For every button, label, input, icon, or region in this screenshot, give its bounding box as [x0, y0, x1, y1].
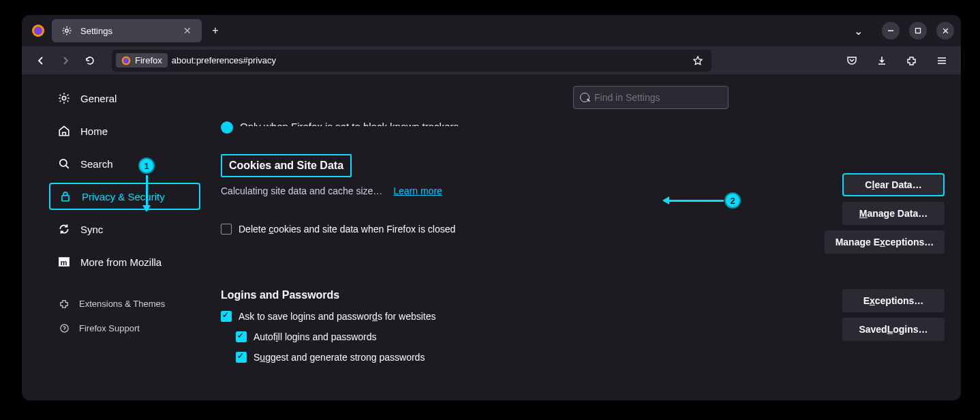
- logins-section-title: Logins and Passwords: [221, 289, 548, 301]
- checkbox-checked-icon: [236, 331, 247, 342]
- firefox-brand-icon: [121, 56, 131, 65]
- sidebar-footer-label: Extensions & Themes: [79, 299, 165, 309]
- find-in-settings-input[interactable]: [573, 86, 729, 109]
- svg-rect-4: [916, 29, 921, 33]
- manage-exceptions-button[interactable]: Manage Exceptions…: [825, 230, 945, 254]
- sync-icon: [57, 222, 71, 236]
- radio-selected-icon: [221, 121, 233, 134]
- ask-save-logins-label: Ask to save logins and passwords for web…: [239, 311, 436, 322]
- titlebar: Settings ✕ + ⌄ ✕: [22, 15, 961, 46]
- sidebar-item-label: Sync: [80, 224, 103, 235]
- suggest-passwords-checkbox[interactable]: Suggest and generate strong passwords: [236, 352, 548, 363]
- sidebar-item-label: Home: [80, 125, 108, 137]
- annotation-2: 2: [724, 192, 741, 209]
- url-text: about:preferences#privacy: [172, 55, 276, 65]
- tab-label: Settings: [80, 26, 112, 36]
- lock-icon: [59, 190, 72, 203]
- mozilla-icon: m: [57, 255, 71, 269]
- truncated-radio-label: Only when Firefox is set to block known …: [240, 121, 459, 126]
- sidebar-item-label: General: [80, 93, 117, 104]
- clear-data-button[interactable]: Clear Data…: [842, 173, 945, 196]
- svg-point-16: [60, 324, 67, 331]
- svg-text:m: m: [60, 258, 67, 267]
- sidebar-item-label: Privacy & Security: [82, 191, 165, 202]
- url-bar[interactable]: Firefox about:preferences#privacy: [112, 50, 711, 72]
- annotation-1: 1: [138, 158, 155, 174]
- annotation-badge: 1: [138, 158, 155, 174]
- sidebar-firefox-support[interactable]: Firefox Support: [49, 318, 200, 338]
- forward-button[interactable]: [56, 51, 75, 70]
- checkbox-checked-icon: [236, 352, 247, 363]
- svg-rect-13: [62, 196, 69, 201]
- main-panel: Only when Firefox is set to block known …: [200, 75, 961, 400]
- checkbox-unchecked-icon: [221, 224, 232, 235]
- sidebar-item-more-mozilla[interactable]: m More from Mozilla: [49, 248, 200, 275]
- sidebar-footer-label: Firefox Support: [79, 323, 140, 333]
- checkbox-checked-icon: [221, 311, 232, 322]
- logins-exceptions-button[interactable]: Exceptions…: [842, 289, 945, 312]
- svg-point-2: [65, 29, 68, 32]
- extensions-icon[interactable]: [902, 51, 921, 70]
- minimize-button[interactable]: [882, 22, 900, 40]
- sidebar-item-general[interactable]: General: [49, 85, 200, 112]
- home-icon: [57, 124, 71, 138]
- sidebar: General Home Search Privacy & Security: [22, 75, 200, 400]
- identity-label: Firefox: [135, 55, 162, 65]
- browser-window: Settings ✕ + ⌄ ✕ Firefox: [22, 15, 961, 400]
- cookies-section-title: Cookies and Site Data: [221, 154, 352, 177]
- svg-line-12: [66, 166, 69, 168]
- sidebar-item-search[interactable]: Search: [49, 150, 200, 177]
- svg-point-11: [60, 160, 67, 166]
- tabs-dropdown-icon[interactable]: ⌄: [854, 25, 863, 38]
- menu-icon[interactable]: [932, 51, 951, 70]
- gear-icon: [57, 91, 71, 105]
- delete-on-close-label: Delete cookies and site data when Firefo…: [239, 224, 455, 235]
- identity-badge[interactable]: Firefox: [116, 53, 168, 68]
- annotation-1-arrow: [146, 175, 148, 211]
- pocket-icon[interactable]: [842, 51, 861, 70]
- puzzle-icon: [57, 297, 71, 310]
- gear-icon: [60, 24, 74, 38]
- sidebar-item-label: More from Mozilla: [80, 256, 162, 268]
- bookmark-star-icon[interactable]: [688, 55, 707, 66]
- tab-close-icon[interactable]: ✕: [181, 25, 194, 37]
- annotation-2-arrow: [664, 200, 724, 202]
- search-icon: [57, 157, 71, 170]
- new-tab-button[interactable]: +: [206, 21, 225, 40]
- delete-on-close-checkbox[interactable]: Delete cookies and site data when Firefo…: [221, 224, 548, 235]
- saved-logins-button[interactable]: Saved Logins…: [842, 318, 945, 341]
- preferences-content: General Home Search Privacy & Security: [22, 75, 961, 400]
- svg-point-6: [123, 57, 129, 63]
- ask-save-logins-checkbox[interactable]: Ask to save logins and passwords for web…: [221, 311, 548, 322]
- tab-settings[interactable]: Settings ✕: [52, 19, 202, 42]
- reload-button[interactable]: [80, 51, 99, 70]
- sidebar-item-home[interactable]: Home: [49, 117, 200, 145]
- truncated-radio-option[interactable]: Only when Firefox is set to block known …: [221, 121, 945, 134]
- annotation-badge: 2: [724, 192, 741, 209]
- sidebar-extensions-themes[interactable]: Extensions & Themes: [49, 293, 200, 314]
- autofill-logins-checkbox[interactable]: Autofill logins and passwords: [236, 331, 548, 342]
- sidebar-item-privacy[interactable]: Privacy & Security: [49, 183, 200, 210]
- maximize-button[interactable]: [909, 22, 927, 40]
- sidebar-item-sync[interactable]: Sync: [49, 215, 200, 243]
- svg-point-1: [34, 27, 42, 35]
- cookies-section-desc: Calculating site data and cache size… Le…: [221, 185, 548, 196]
- back-button[interactable]: [31, 51, 50, 70]
- downloads-icon[interactable]: [872, 51, 891, 70]
- sidebar-item-label: Search: [80, 158, 113, 170]
- suggest-passwords-label: Suggest and generate strong passwords: [254, 352, 425, 363]
- close-window-button[interactable]: ✕: [936, 22, 954, 40]
- firefox-logo-icon: [29, 21, 48, 40]
- toolbar: Firefox about:preferences#privacy: [22, 46, 961, 75]
- autofill-logins-label: Autofill logins and passwords: [254, 331, 377, 342]
- learn-more-link[interactable]: Learn more: [393, 185, 442, 196]
- logins-section: Logins and Passwords Ask to save logins …: [221, 254, 945, 363]
- manage-data-button[interactable]: Manage Data…: [842, 202, 945, 225]
- help-icon: [57, 321, 71, 335]
- cookies-section: Cookies and Site Data Calculating site d…: [221, 154, 945, 254]
- svg-point-10: [62, 96, 65, 100]
